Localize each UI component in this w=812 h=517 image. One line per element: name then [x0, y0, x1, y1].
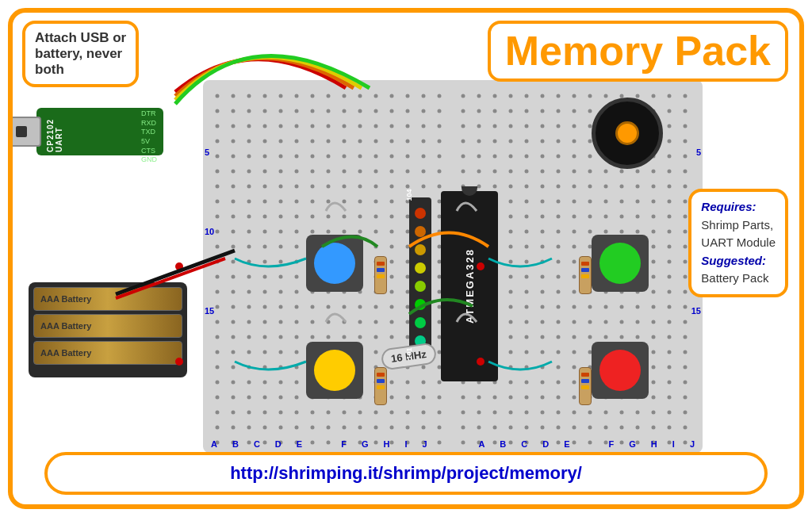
suggested-item-1: Battery Pack: [701, 271, 768, 285]
usb-warning-box: Attach USB or battery, never both: [22, 21, 139, 87]
svg-point-0: [175, 262, 183, 270]
battery-cell: AAA Battery: [33, 314, 182, 338]
url-text: http://shrimping.it/shrimp/project/memor…: [230, 463, 582, 483]
requires-item-2: UART Module: [701, 236, 776, 249]
led-dot: [415, 262, 426, 274]
led-dot: [415, 281, 426, 292]
chip-label: ATMEGA328: [464, 248, 476, 324]
resistor-1: [374, 256, 387, 294]
button-green[interactable]: [592, 235, 649, 292]
col-labels-left: ABCDE FGHIJ: [211, 439, 427, 449]
warning-line3: both: [35, 62, 64, 77]
suggested-title: Suggested:: [701, 254, 766, 267]
button-red-cap: [599, 350, 641, 391]
led-dot: [415, 317, 426, 328]
led-dot: [415, 208, 426, 219]
battery-cell: AAA Battery: [33, 287, 182, 311]
battery-cell: AAA Battery: [33, 341, 182, 365]
button-green-cap: [599, 243, 641, 284]
usb-plug-hole: [16, 126, 27, 137]
led-dot: [415, 244, 426, 255]
button-blue-cap: [314, 243, 355, 284]
outer-frame: Memory Pack Attach USB or battery, never…: [8, 8, 804, 509]
button-yellow-cap: [314, 350, 355, 391]
resistor-2: [374, 367, 387, 405]
speaker-cone: [615, 121, 639, 145]
row-number-5: 5: [205, 147, 209, 157]
chip-notch: [462, 186, 477, 196]
warning-line1: Attach USB or: [35, 30, 126, 45]
requires-title: Requires:: [701, 200, 756, 213]
button-blue[interactable]: [306, 235, 363, 292]
page-title: Memory Pack: [505, 29, 771, 74]
led-dot: [415, 299, 426, 310]
battery-pack: AAA BatteryAAA BatteryAAA Battery: [29, 282, 187, 377]
resistor-4: [579, 367, 592, 405]
resistor-3: [579, 256, 592, 294]
speaker: [592, 98, 663, 169]
row-number-15-right: 15: [691, 306, 701, 316]
requires-item-1: Shrimp Parts,: [701, 218, 773, 232]
led-dot: [415, 226, 426, 237]
usb-board: CP2102 UART DTRRXDTXD5VCTSGND: [36, 108, 163, 155]
breadboard: ABCDE FGHIJ ABCDE FGHIJ 5 10 15 5 10 15 …: [203, 80, 703, 453]
row-number-5-right: 5: [696, 147, 701, 157]
capacitor-label-top: 104: [405, 189, 413, 201]
capacitor-label-bot: 101: [405, 347, 413, 359]
button-yellow[interactable]: [306, 342, 363, 399]
row-number-15: 15: [205, 306, 214, 316]
title-box: Memory Pack: [488, 21, 788, 82]
button-red[interactable]: [592, 342, 649, 399]
usb-plug: [8, 117, 41, 147]
atmega-chip: ATMEGA328: [441, 191, 498, 381]
usb-pins: DTRRXDTXD5VCTSGND: [141, 109, 157, 165]
col-labels-right: ABCDE FGHIJ: [478, 439, 695, 449]
led-bar: [409, 197, 431, 356]
row-number-10: 10: [205, 227, 214, 236]
requires-box: Requires: Shrimp Parts, UART Module Sugg…: [688, 189, 788, 297]
warning-line2: battery, never: [35, 46, 122, 61]
usb-board-label: CP2102 UART: [46, 111, 63, 152]
url-bar[interactable]: http://shrimping.it/shrimp/project/memor…: [44, 452, 768, 495]
usb-module: CP2102 UART DTRRXDTXD5VCTSGND: [29, 84, 179, 179]
